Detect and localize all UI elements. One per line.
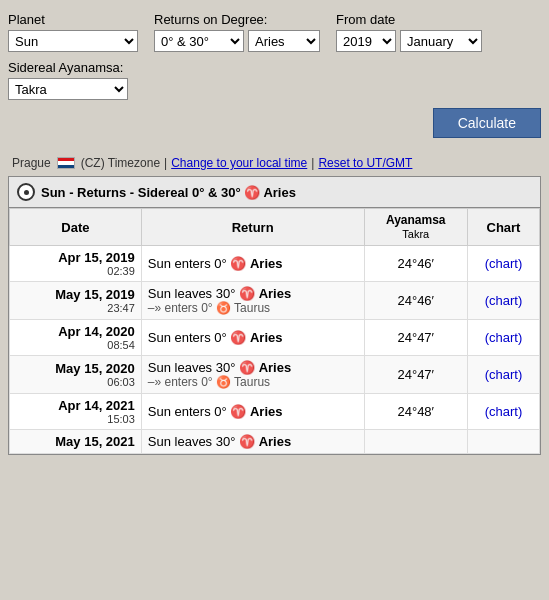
result-table: Date Return Ayanamsa Takra Chart Apr 15,… [9, 208, 540, 454]
ayanamsa-cell: 24°46′ [364, 282, 467, 320]
col-ayanamsa: Ayanamsa Takra [364, 209, 467, 246]
table-row: Apr 14, 202115:03Sun enters 0° ♈ Aries24… [10, 394, 540, 430]
ayanamsa-group: Sidereal Ayanamsa: Takra Lahiri Fagan/Br… [8, 60, 128, 100]
chart-link[interactable]: (chart) [485, 293, 523, 308]
change-timezone-link[interactable]: Change to your local time [171, 156, 307, 170]
result-table-container: Sun - Returns - Sidereal 0° & 30° ♈ Arie… [8, 176, 541, 455]
table-row: May 15, 2021Sun leaves 30° ♈ Aries [10, 430, 540, 454]
fromdate-group: From date 2019 2020 2021 2022 January Fe… [336, 12, 482, 52]
flag-icon [57, 157, 75, 169]
return-cell: Sun enters 0° ♈ Aries [141, 320, 364, 356]
table-row: May 15, 201923:47Sun leaves 30° ♈ Aries–… [10, 282, 540, 320]
degree-group: Returns on Degree: 0° & 30° 0° 30° 90° A… [154, 12, 320, 52]
return-cell: Sun enters 0° ♈ Aries [141, 246, 364, 282]
ayanamsa-cell [364, 430, 467, 454]
separator1: | [164, 156, 167, 170]
chart-cell [467, 430, 539, 454]
chart-link[interactable]: (chart) [485, 330, 523, 345]
col-date: Date [10, 209, 142, 246]
col-return: Return [141, 209, 364, 246]
planet-label: Planet [8, 12, 138, 27]
planet-select[interactable]: Sun Moon Mercury Venus Mars [8, 30, 138, 52]
date-cell: May 15, 201923:47 [10, 282, 142, 320]
ayanamsa-cell: 24°46′ [364, 246, 467, 282]
return-cell: Sun leaves 30° ♈ Aries–» enters 0° ♉ Tau… [141, 282, 364, 320]
planet-group: Planet Sun Moon Mercury Venus Mars [8, 12, 138, 52]
date-cell: Apr 15, 201902:39 [10, 246, 142, 282]
month-select[interactable]: January February March April May June Ju… [400, 30, 482, 52]
ayanamsa-cell: 24°47′ [364, 356, 467, 394]
timezone-bar: Prague (CZ) Timezone | Change to your lo… [12, 156, 541, 170]
table-header-row: Date Return Ayanamsa Takra Chart [10, 209, 540, 246]
chart-cell: (chart) [467, 356, 539, 394]
ayanamsa-cell: 24°47′ [364, 320, 467, 356]
reset-timezone-link[interactable]: Reset to UT/GMT [318, 156, 412, 170]
table-row: Apr 15, 201902:39Sun enters 0° ♈ Aries24… [10, 246, 540, 282]
city-name: Prague [12, 156, 51, 170]
date-cell: Apr 14, 202008:54 [10, 320, 142, 356]
ayanamsa-cell: 24°48′ [364, 394, 467, 430]
ayanamsa-select[interactable]: Takra Lahiri Fagan/Bradley Raman [8, 78, 128, 100]
date-cell: May 15, 202006:03 [10, 356, 142, 394]
chart-cell: (chart) [467, 394, 539, 430]
return-cell: Sun leaves 30° ♈ Aries–» enters 0° ♉ Tau… [141, 356, 364, 394]
table-row: May 15, 202006:03Sun leaves 30° ♈ Aries–… [10, 356, 540, 394]
returns-label: Returns on Degree: [154, 12, 320, 27]
sun-icon [17, 183, 35, 201]
col-chart: Chart [467, 209, 539, 246]
result-header-text: Sun - Returns - Sidereal 0° & 30° ♈ Arie… [41, 185, 296, 200]
calculate-button[interactable]: Calculate [433, 108, 541, 138]
form-section: Planet Sun Moon Mercury Venus Mars Retur… [8, 8, 541, 150]
separator2: | [311, 156, 314, 170]
calculate-row: Calculate [8, 108, 541, 138]
result-header: Sun - Returns - Sidereal 0° & 30° ♈ Arie… [9, 177, 540, 208]
date-cell: Apr 14, 202115:03 [10, 394, 142, 430]
chart-link[interactable]: (chart) [485, 256, 523, 271]
return-cell: Sun enters 0° ♈ Aries [141, 394, 364, 430]
timezone-code: (CZ) Timezone [81, 156, 160, 170]
form-row1: Planet Sun Moon Mercury Venus Mars Retur… [8, 12, 541, 52]
sign-select[interactable]: Aries Taurus Gemini Cancer [248, 30, 320, 52]
main-container: Planet Sun Moon Mercury Venus Mars Retur… [0, 0, 549, 463]
chart-link[interactable]: (chart) [485, 404, 523, 419]
fromdate-label: From date [336, 12, 482, 27]
chart-cell: (chart) [467, 320, 539, 356]
degree-select[interactable]: 0° & 30° 0° 30° 90° [154, 30, 244, 52]
table-row: Apr 14, 202008:54Sun enters 0° ♈ Aries24… [10, 320, 540, 356]
return-cell: Sun leaves 30° ♈ Aries [141, 430, 364, 454]
year-select[interactable]: 2019 2020 2021 2022 [336, 30, 396, 52]
form-row2: Sidereal Ayanamsa: Takra Lahiri Fagan/Br… [8, 60, 541, 100]
chart-link[interactable]: (chart) [485, 367, 523, 382]
date-cell: May 15, 2021 [10, 430, 142, 454]
chart-cell: (chart) [467, 282, 539, 320]
ayanamsa-label: Sidereal Ayanamsa: [8, 60, 128, 75]
chart-cell: (chart) [467, 246, 539, 282]
